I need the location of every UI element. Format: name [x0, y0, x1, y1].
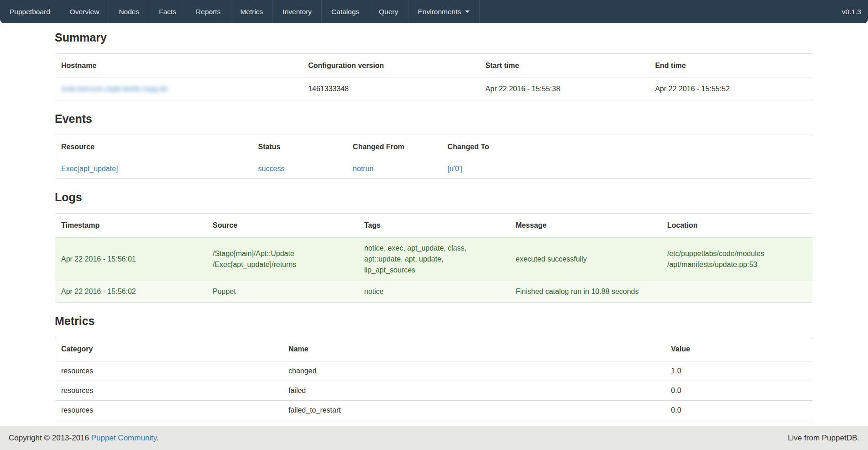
metric-value: 1.0 — [665, 361, 813, 381]
metrics-col-name: Name — [282, 337, 665, 361]
logs-col-location: Location — [661, 214, 813, 238]
version-badge: v0.1.3 — [835, 0, 868, 23]
nav-item-reports[interactable]: Reports — [186, 0, 230, 23]
summary-col-config-version: Configuration version — [302, 54, 479, 78]
nav-item-facts[interactable]: Facts — [149, 0, 186, 23]
metrics-section-title: Metrics — [55, 314, 813, 328]
navbar-brand-label: Puppetboard — [10, 8, 50, 16]
nav-item-label: Inventory — [282, 8, 312, 16]
metric-row: resources failed_to_restart 0.0 — [55, 401, 813, 420]
events-header-row: Resource Status Changed From Changed To — [55, 135, 813, 159]
summary-row: snat-tservvm.mpib-berlin.mpg.de 14613333… — [55, 78, 813, 100]
event-changed-to-link[interactable]: [u'0'] — [448, 165, 463, 173]
nav-item-label: Overview — [70, 8, 99, 16]
footer: Copyright © 2013-2016 Puppet Community. … — [0, 426, 868, 450]
events-table: Resource Status Changed From Changed To … — [55, 135, 813, 179]
event-row: Exec[apt_update] success notrun [u'0'] — [55, 159, 813, 179]
metric-name: failed_to_restart — [282, 401, 665, 420]
logs-col-timestamp: Timestamp — [55, 214, 207, 238]
log-message: Finished catalog run in 10.88 seconds — [510, 281, 661, 303]
logs-col-message: Message — [510, 214, 661, 238]
footer-copyright-text: Copyright © 2013-2016 — [9, 434, 89, 442]
nav-item-label: Nodes — [119, 8, 139, 16]
log-source: Puppet — [207, 281, 358, 303]
report-detail-page: Summary Hostname Configuration version S… — [55, 31, 813, 432]
log-tags: notice — [358, 281, 510, 303]
config-version-value: 1461333348 — [302, 78, 479, 100]
nav-item-nodes[interactable]: Nodes — [109, 0, 149, 23]
logs-header-row: Timestamp Source Tags Message Location — [55, 214, 813, 238]
metric-row: resources failed 0.0 — [55, 381, 813, 401]
environments-dropdown-label: Environments — [418, 8, 461, 16]
metrics-header-row: Category Name Value — [55, 337, 813, 361]
puppet-community-link[interactable]: Puppet Community — [91, 434, 157, 442]
log-location: /etc/puppetlabs/code/modules /apt/manife… — [661, 238, 813, 281]
summary-col-start-time: Start time — [480, 54, 649, 78]
events-col-resource: Resource — [55, 135, 252, 159]
logs-table: Timestamp Source Tags Message Location A… — [55, 213, 813, 303]
metric-name: changed — [282, 361, 665, 381]
footer-copyright: Copyright © 2013-2016 Puppet Community. — [9, 434, 159, 443]
hostname-link[interactable]: snat-tservvm.mpib-berlin.mpg.de — [61, 85, 167, 93]
event-changed-from-link[interactable]: notrun — [353, 165, 373, 173]
events-col-changed-to: Changed To — [442, 135, 813, 159]
nav-item-label: Catalogs — [331, 8, 359, 16]
logs-col-tags: Tags — [358, 214, 510, 238]
logs-section-title: Logs — [55, 191, 813, 204]
metric-value: 0.0 — [665, 401, 813, 420]
nav-item-inventory[interactable]: Inventory — [273, 0, 322, 23]
nav-item-metrics[interactable]: Metrics — [230, 0, 273, 23]
summary-section-title: Summary — [55, 31, 813, 44]
nav-item-query[interactable]: Query — [369, 0, 408, 23]
events-section-title: Events — [55, 112, 813, 126]
nav-item-label: Query — [379, 8, 398, 16]
metric-row: resources changed 1.0 — [55, 361, 813, 381]
event-resource-link[interactable]: Exec[apt_update] — [61, 165, 118, 173]
log-tags: notice, exec, apt_update, class, apt::up… — [358, 238, 510, 281]
navbar-spacer — [480, 0, 834, 23]
log-timestamp: Apr 22 2016 - 15:56:01 — [55, 238, 207, 281]
nav-item-label: Facts — [159, 8, 176, 16]
metrics-col-value: Value — [665, 337, 813, 361]
event-status-link[interactable]: success — [258, 165, 285, 173]
nav-item-catalogs[interactable]: Catalogs — [322, 0, 369, 23]
summary-col-end-time: End time — [649, 54, 813, 78]
start-time-value: Apr 22 2016 - 15:55:38 — [480, 78, 649, 100]
log-row: Apr 22 2016 - 15:56:01 /Stage[main]/Apt:… — [55, 238, 813, 281]
metric-category: resources — [55, 381, 282, 401]
metric-category: resources — [55, 401, 282, 420]
nav-item-label: Reports — [196, 8, 220, 16]
metrics-col-category: Category — [55, 337, 282, 361]
log-location — [661, 281, 813, 303]
events-col-changed-from: Changed From — [347, 135, 442, 159]
metric-value: 0.0 — [665, 381, 813, 401]
log-message: executed successfully — [510, 238, 661, 281]
metric-name: failed — [282, 381, 665, 401]
events-col-status: Status — [252, 135, 347, 159]
nav-item-overview[interactable]: Overview — [60, 0, 110, 23]
log-row: Apr 22 2016 - 15:56:02 Puppet notice Fin… — [55, 281, 813, 303]
version-label: v0.1.3 — [842, 8, 861, 16]
metrics-table: Category Name Value resources changed 1.… — [55, 337, 813, 432]
summary-col-hostname: Hostname — [55, 54, 302, 78]
footer-source-text: Live from PuppetDB. — [788, 434, 859, 443]
log-timestamp: Apr 22 2016 - 15:56:02 — [55, 281, 207, 303]
navbar-brand[interactable]: Puppetboard — [0, 0, 60, 23]
top-navbar: Puppetboard Overview Nodes Facts Reports… — [0, 0, 868, 23]
nav-item-label: Metrics — [240, 8, 263, 16]
environments-dropdown-toggle[interactable]: Environments — [408, 0, 480, 23]
chevron-down-icon — [465, 10, 470, 13]
metric-category: resources — [55, 361, 282, 381]
footer-copyright-period: . — [157, 434, 159, 442]
summary-header-row: Hostname Configuration version Start tim… — [55, 54, 813, 78]
end-time-value: Apr 22 2016 - 15:55:52 — [649, 78, 813, 100]
summary-table: Hostname Configuration version Start tim… — [55, 53, 813, 100]
log-source: /Stage[main]/Apt::Update /Exec[apt_updat… — [207, 238, 358, 281]
logs-col-source: Source — [207, 214, 358, 238]
